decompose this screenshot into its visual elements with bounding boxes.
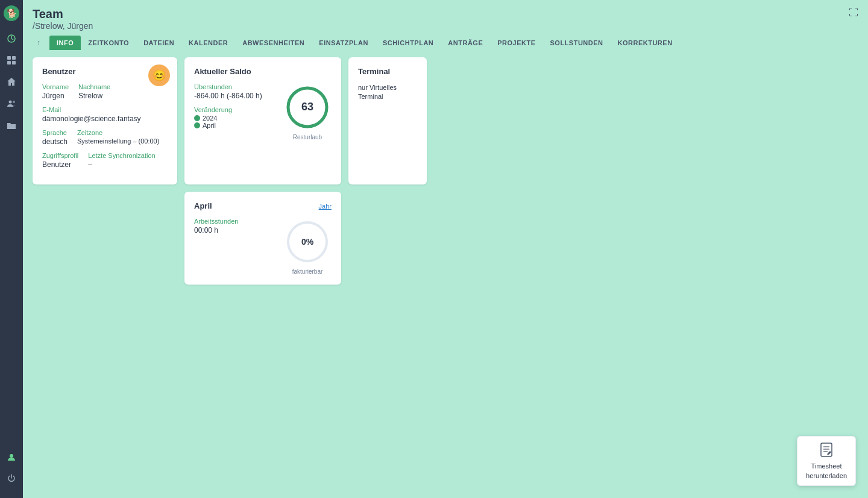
- year-label: 2024: [203, 115, 217, 122]
- benutzer-card: Benutzer 😊 Vorname Jürgen Nachname Strel…: [33, 57, 177, 184]
- tab-projekte[interactable]: PROJEKTE: [490, 36, 542, 50]
- svg-rect-5: [7, 56, 11, 60]
- saldo-card: Aktueller Saldo Überstunden -864.00 h (-…: [184, 57, 341, 184]
- april-card: April Jahr Arbeitsstunden 00:00 h 0%: [184, 192, 341, 285]
- folder-icon[interactable]: [2, 116, 21, 135]
- april-title: April: [194, 201, 212, 210]
- tab-kalender[interactable]: KALENDER: [181, 36, 235, 50]
- breadcrumb: /Strelow, Jürgen: [33, 21, 93, 31]
- svg-point-10: [13, 101, 15, 103]
- ueberstunden-label: Überstunden: [194, 83, 262, 90]
- sync-field: Letzte Synchronization –: [88, 152, 155, 169]
- svg-text:🐕: 🐕: [7, 8, 17, 19]
- arbeitsstunden-field: Arbeitsstunden 00:00 h: [194, 218, 238, 235]
- month-row: April: [194, 122, 262, 129]
- email-label: E-Mail: [42, 106, 168, 113]
- vorname-field: Vorname Jürgen: [42, 83, 69, 100]
- main-content: Team /Strelow, Jürgen ⛶ ↑ INFO ZEITKONTO…: [23, 0, 868, 498]
- month-dot: [194, 122, 200, 128]
- tab-dateien[interactable]: DATEIEN: [136, 36, 181, 50]
- zugriffsprofil-label: Zugriffsprofil: [42, 152, 78, 159]
- saldo-title: Aktueller Saldo: [194, 67, 332, 76]
- header: Team /Strelow, Jürgen ⛶: [23, 0, 868, 31]
- home-icon[interactable]: [2, 72, 21, 92]
- april-gauge: 0% fakturierbar: [283, 218, 332, 275]
- april-gauge-label: fakturierbar: [292, 268, 323, 275]
- zeitzone-field: Zeitzone Systemeinstellung – (00:00): [77, 129, 159, 146]
- top-cards-row: Benutzer 😊 Vorname Jürgen Nachname Strel…: [33, 57, 858, 184]
- zeitzone-value: Systemeinstellung – (00:00): [77, 137, 159, 145]
- tab-zeitkonto[interactable]: ZEITKONTO: [81, 36, 136, 50]
- svg-rect-18: [821, 443, 832, 456]
- tab-abwesenheiten[interactable]: ABWESENHEITEN: [235, 36, 312, 50]
- page-title: Team: [33, 7, 93, 21]
- month-label: April: [203, 122, 216, 129]
- svg-text:63: 63: [301, 101, 313, 113]
- header-right: ⛶: [849, 7, 858, 18]
- tab-antraege[interactable]: ANTRÄGE: [441, 36, 490, 50]
- ueberstunden-item: Überstunden -864.00 h (-864.00 h): [194, 83, 262, 100]
- power-icon[interactable]: [2, 469, 21, 488]
- nachname-value: Strelow: [78, 92, 110, 100]
- tab-einsatzplan[interactable]: EINSATZPLAN: [312, 36, 376, 50]
- terminal-text: nur Virtuelles Terminal: [358, 83, 417, 102]
- terminal-title: Terminal: [358, 67, 417, 76]
- zugriffsprofil-field: Zugriffsprofil Benutzer: [42, 152, 78, 169]
- sprache-value: deutsch: [42, 137, 68, 146]
- saldo-row: Überstunden -864.00 h (-864.00 h) Veränd…: [194, 83, 332, 140]
- svg-rect-7: [7, 61, 11, 65]
- year-row: 2024: [194, 115, 262, 122]
- back-button[interactable]: ↑: [33, 37, 45, 49]
- profil-sync-group: Zugriffsprofil Benutzer Letzte Synchroni…: [42, 152, 168, 169]
- ueberstunden-value: -864.00 h (-864.00 h): [194, 92, 262, 100]
- saldo-gauge-label: Resturlaub: [293, 134, 322, 140]
- timesheet-button[interactable]: Timesheet herunterladen: [797, 436, 856, 486]
- saldo-gauge: 63 Resturlaub: [283, 83, 332, 140]
- grid-icon[interactable]: [2, 51, 21, 70]
- svg-rect-6: [12, 56, 16, 60]
- svg-text:0%: 0%: [301, 237, 314, 247]
- clock-icon[interactable]: [2, 29, 21, 48]
- veraenderung-item: Veränderung 2024 April: [194, 106, 262, 129]
- gauge-svg: 63: [283, 83, 332, 131]
- zeitzone-label: Zeitzone: [77, 129, 159, 136]
- email-field: E-Mail dämonologie@science.fantasy: [42, 106, 168, 123]
- arbeitsstunden-label: Arbeitsstunden: [194, 218, 238, 225]
- terminal-line1: nur Virtuelles: [358, 84, 397, 91]
- header-title: Team /Strelow, Jürgen: [33, 7, 93, 31]
- sprache-zeitzone-group: Sprache deutsch Zeitzone Systemeinstellu…: [42, 129, 168, 146]
- april-header: April Jahr: [194, 201, 332, 210]
- terminal-line2: Terminal: [358, 93, 383, 100]
- saldo-left: Überstunden -864.00 h (-864.00 h) Veränd…: [194, 83, 262, 135]
- zugriffsprofil-value: Benutzer: [42, 160, 78, 169]
- april-row: Arbeitsstunden 00:00 h 0% fakturierbar: [194, 218, 332, 275]
- april-gauge-svg: 0%: [283, 218, 332, 266]
- timesheet-line2: herunterladen: [806, 472, 847, 479]
- user-avatar: 😊: [148, 65, 170, 86]
- svg-point-11: [10, 454, 13, 458]
- bottom-cards-row: April Jahr Arbeitsstunden 00:00 h 0%: [33, 192, 858, 285]
- tab-sollstunden[interactable]: SOLLSTUNDEN: [543, 36, 611, 50]
- terminal-card: Terminal nur Virtuelles Terminal: [348, 57, 427, 184]
- sidebar: 🐕: [0, 0, 23, 498]
- vorname-value: Jürgen: [42, 92, 69, 100]
- svg-point-9: [9, 101, 12, 104]
- tab-korrekturen[interactable]: KORREKTUREN: [611, 36, 680, 50]
- nachname-label: Nachname: [78, 83, 110, 90]
- arbeitsstunden-value: 00:00 h: [194, 226, 238, 235]
- users-icon[interactable]: [2, 94, 21, 113]
- name-group: Vorname Jürgen Nachname Strelow: [42, 83, 168, 100]
- content-area: Benutzer 😊 Vorname Jürgen Nachname Strel…: [23, 50, 868, 498]
- email-value: dämonologie@science.fantasy: [42, 115, 168, 123]
- timesheet-line1: Timesheet: [811, 462, 842, 470]
- sidebar-bottom: [2, 447, 21, 493]
- vorname-label: Vorname: [42, 83, 69, 90]
- april-year-link[interactable]: Jahr: [319, 203, 332, 210]
- sync-label: Letzte Synchronization: [88, 152, 155, 159]
- expand-icon[interactable]: ⛶: [849, 7, 858, 18]
- app-logo[interactable]: 🐕: [3, 5, 20, 22]
- user-profile-icon[interactable]: [2, 447, 21, 467]
- tab-info[interactable]: INFO: [49, 36, 81, 50]
- sync-value: –: [88, 160, 155, 169]
- tab-schichtplan[interactable]: SCHICHTPLAN: [376, 36, 441, 50]
